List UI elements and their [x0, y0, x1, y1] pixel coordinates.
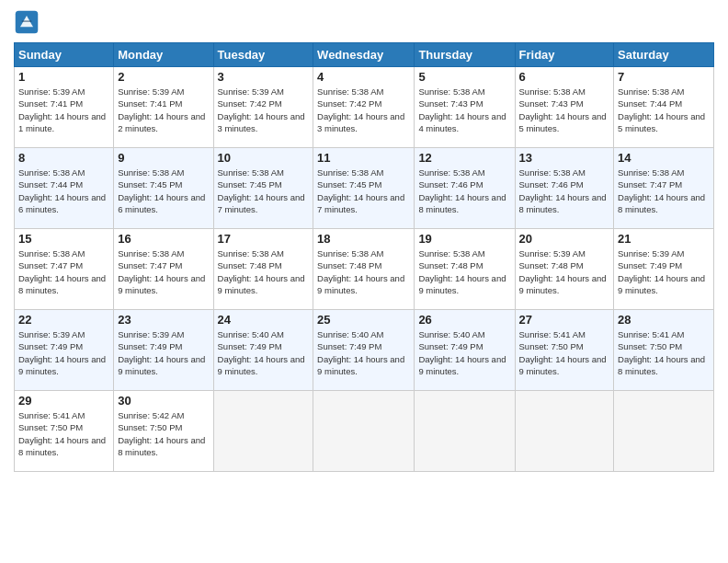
day-info: Sunrise: 5:38 AMSunset: 7:48 PMDaylight:… [418, 247, 510, 296]
calendar-cell: 4Sunrise: 5:38 AMSunset: 7:42 PMDaylight… [313, 67, 415, 148]
day-info: Sunrise: 5:41 AMSunset: 7:50 PMDaylight:… [519, 328, 610, 377]
day-info: Sunrise: 5:38 AMSunset: 7:48 PMDaylight:… [317, 247, 410, 296]
day-number: 3 [218, 70, 310, 84]
day-number: 5 [418, 70, 510, 84]
logo-icon [14, 9, 40, 35]
day-info: Sunrise: 5:39 AMSunset: 7:49 PMDaylight:… [18, 328, 109, 377]
calendar-cell: 2Sunrise: 5:39 AMSunset: 7:41 PMDaylight… [114, 67, 213, 148]
calendar-cell: 14Sunrise: 5:38 AMSunset: 7:47 PMDayligh… [614, 148, 714, 229]
day-number: 2 [118, 70, 209, 84]
calendar-cell: 29Sunrise: 5:41 AMSunset: 7:50 PMDayligh… [15, 391, 114, 472]
page-header [14, 9, 714, 35]
day-number: 15 [18, 232, 109, 246]
calendar-cell [213, 391, 313, 472]
calendar-cell: 11Sunrise: 5:38 AMSunset: 7:45 PMDayligh… [313, 148, 415, 229]
calendar-cell [614, 391, 714, 472]
day-number: 24 [218, 313, 310, 327]
day-number: 30 [118, 394, 209, 408]
calendar-header: SundayMondayTuesdayWednesdayThursdayFrid… [15, 43, 714, 67]
calendar-cell: 18Sunrise: 5:38 AMSunset: 7:48 PMDayligh… [313, 229, 415, 310]
day-info: Sunrise: 5:42 AMSunset: 7:50 PMDaylight:… [118, 409, 209, 458]
calendar-cell: 28Sunrise: 5:41 AMSunset: 7:50 PMDayligh… [614, 310, 714, 391]
weekday-header: Monday [114, 43, 213, 67]
calendar-cell: 17Sunrise: 5:38 AMSunset: 7:48 PMDayligh… [213, 229, 313, 310]
day-info: Sunrise: 5:38 AMSunset: 7:47 PMDaylight:… [118, 247, 209, 296]
day-info: Sunrise: 5:38 AMSunset: 7:45 PMDaylight:… [317, 167, 410, 215]
day-info: Sunrise: 5:41 AMSunset: 7:50 PMDaylight:… [618, 328, 710, 377]
day-info: Sunrise: 5:40 AMSunset: 7:49 PMDaylight:… [218, 328, 310, 377]
day-number: 13 [519, 151, 610, 165]
day-info: Sunrise: 5:38 AMSunset: 7:47 PMDaylight:… [618, 167, 710, 215]
calendar-cell: 19Sunrise: 5:38 AMSunset: 7:48 PMDayligh… [415, 229, 515, 310]
day-number: 16 [118, 232, 209, 246]
day-number: 26 [418, 313, 510, 327]
calendar-cell: 25Sunrise: 5:40 AMSunset: 7:49 PMDayligh… [313, 310, 415, 391]
day-info: Sunrise: 5:38 AMSunset: 7:42 PMDaylight:… [317, 86, 410, 134]
calendar-cell: 26Sunrise: 5:40 AMSunset: 7:49 PMDayligh… [415, 310, 515, 391]
day-info: Sunrise: 5:39 AMSunset: 7:49 PMDaylight:… [118, 328, 209, 377]
day-number: 28 [618, 313, 710, 327]
day-info: Sunrise: 5:38 AMSunset: 7:43 PMDaylight:… [418, 86, 510, 134]
day-number: 9 [118, 151, 209, 165]
weekday-header: Saturday [614, 43, 714, 67]
day-number: 25 [317, 313, 410, 327]
calendar-cell: 30Sunrise: 5:42 AMSunset: 7:50 PMDayligh… [114, 391, 213, 472]
calendar-cell: 22Sunrise: 5:39 AMSunset: 7:49 PMDayligh… [15, 310, 114, 391]
calendar-cell: 23Sunrise: 5:39 AMSunset: 7:49 PMDayligh… [114, 310, 213, 391]
calendar-cell [415, 391, 515, 472]
day-info: Sunrise: 5:40 AMSunset: 7:49 PMDaylight:… [418, 328, 510, 377]
calendar-cell: 8Sunrise: 5:38 AMSunset: 7:44 PMDaylight… [15, 148, 114, 229]
day-info: Sunrise: 5:38 AMSunset: 7:45 PMDaylight:… [218, 167, 310, 215]
day-number: 23 [118, 313, 209, 327]
calendar-table: SundayMondayTuesdayWednesdayThursdayFrid… [14, 42, 714, 472]
calendar-cell: 6Sunrise: 5:38 AMSunset: 7:43 PMDaylight… [515, 67, 614, 148]
calendar-cell: 7Sunrise: 5:38 AMSunset: 7:44 PMDaylight… [614, 67, 714, 148]
day-number: 4 [317, 70, 410, 84]
logo [14, 9, 43, 35]
day-info: Sunrise: 5:39 AMSunset: 7:42 PMDaylight:… [218, 86, 310, 134]
weekday-header: Tuesday [213, 43, 313, 67]
day-info: Sunrise: 5:38 AMSunset: 7:44 PMDaylight:… [618, 86, 710, 134]
calendar-cell: 21Sunrise: 5:39 AMSunset: 7:49 PMDayligh… [614, 229, 714, 310]
day-number: 20 [519, 232, 610, 246]
calendar-cell: 3Sunrise: 5:39 AMSunset: 7:42 PMDaylight… [213, 67, 313, 148]
day-number: 21 [618, 232, 710, 246]
day-number: 12 [418, 151, 510, 165]
day-info: Sunrise: 5:38 AMSunset: 7:45 PMDaylight:… [118, 167, 209, 215]
day-info: Sunrise: 5:38 AMSunset: 7:47 PMDaylight:… [18, 247, 109, 296]
day-info: Sunrise: 5:39 AMSunset: 7:48 PMDaylight:… [519, 247, 610, 296]
day-info: Sunrise: 5:38 AMSunset: 7:43 PMDaylight:… [519, 86, 610, 134]
day-number: 17 [218, 232, 310, 246]
calendar-cell [515, 391, 614, 472]
day-number: 19 [418, 232, 510, 246]
day-number: 7 [618, 70, 710, 84]
weekday-header: Friday [515, 43, 614, 67]
day-number: 8 [18, 151, 109, 165]
calendar-cell: 20Sunrise: 5:39 AMSunset: 7:48 PMDayligh… [515, 229, 614, 310]
day-number: 1 [18, 70, 109, 84]
day-number: 18 [317, 232, 410, 246]
calendar-cell: 12Sunrise: 5:38 AMSunset: 7:46 PMDayligh… [415, 148, 515, 229]
day-number: 6 [519, 70, 610, 84]
weekday-header: Sunday [15, 43, 114, 67]
calendar-cell: 16Sunrise: 5:38 AMSunset: 7:47 PMDayligh… [114, 229, 213, 310]
day-info: Sunrise: 5:40 AMSunset: 7:49 PMDaylight:… [317, 328, 410, 377]
day-number: 22 [18, 313, 109, 327]
calendar-cell: 10Sunrise: 5:38 AMSunset: 7:45 PMDayligh… [213, 148, 313, 229]
day-info: Sunrise: 5:38 AMSunset: 7:48 PMDaylight:… [218, 247, 310, 296]
calendar-cell: 13Sunrise: 5:38 AMSunset: 7:46 PMDayligh… [515, 148, 614, 229]
calendar-cell: 15Sunrise: 5:38 AMSunset: 7:47 PMDayligh… [15, 229, 114, 310]
calendar-cell: 9Sunrise: 5:38 AMSunset: 7:45 PMDaylight… [114, 148, 213, 229]
day-info: Sunrise: 5:38 AMSunset: 7:46 PMDaylight:… [519, 167, 610, 215]
weekday-header: Wednesday [313, 43, 415, 67]
day-info: Sunrise: 5:38 AMSunset: 7:44 PMDaylight:… [18, 167, 109, 215]
calendar-page: SundayMondayTuesdayWednesdayThursdayFrid… [0, 0, 728, 563]
weekday-header: Thursday [415, 43, 515, 67]
day-number: 27 [519, 313, 610, 327]
day-number: 10 [218, 151, 310, 165]
calendar-cell: 24Sunrise: 5:40 AMSunset: 7:49 PMDayligh… [213, 310, 313, 391]
calendar-cell: 27Sunrise: 5:41 AMSunset: 7:50 PMDayligh… [515, 310, 614, 391]
calendar-cell [313, 391, 415, 472]
day-info: Sunrise: 5:39 AMSunset: 7:41 PMDaylight:… [118, 86, 209, 134]
day-info: Sunrise: 5:38 AMSunset: 7:46 PMDaylight:… [418, 167, 510, 215]
